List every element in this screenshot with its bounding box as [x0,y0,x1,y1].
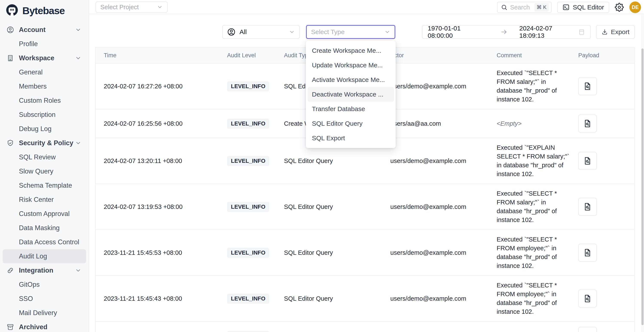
cell-payload [578,77,635,95]
type-menu-item-activate-workspace-me[interactable]: Activate Workspace Me... [308,72,394,87]
type-filter-dropdown[interactable]: Select Type [306,25,395,39]
sidebar-item-risk-center[interactable]: Risk Center [2,193,86,207]
export-button[interactable]: Export [596,25,635,39]
sidebar-item-data-masking[interactable]: Data Masking [2,221,86,235]
cell-comment: Executed `"SELECT * FROM employee;"` in … [497,235,578,270]
level-badge: LEVEL_INFO [227,248,269,258]
file-search-icon [583,119,592,128]
level-badge: LEVEL_INFO [227,294,269,304]
type-menu-item-create-workspace-me[interactable]: Create Workspace Me... [308,43,394,58]
cell-comment: <Empty> [497,119,578,128]
cell-audit-level: LEVEL_INFO [227,119,284,129]
sidebar-item-label: Schema Template [19,182,72,189]
vertical-scrollbar [641,14,644,332]
shield-check-icon [6,139,14,147]
chevron-down-icon [157,4,163,10]
sidebar-item-account[interactable]: Account [2,23,86,37]
sidebar-item-label: Members [19,83,46,90]
column-header-payload: Payload [578,52,635,59]
logo[interactable]: Bytebase [0,0,89,20]
building-icon [6,54,14,62]
sidebar-item-debug-log[interactable]: Debug Log [2,122,86,136]
sidebar-item-custom-approval[interactable]: Custom Approval [2,207,86,221]
level-badge: LEVEL_INFO [227,119,269,129]
search-shortcut-badge: ⌘ K [534,3,549,11]
chevron-down-icon [75,267,82,274]
sidebar-item-slow-query[interactable]: Slow Query [2,164,86,178]
sidebar-item-data-access-control[interactable]: Data Access Control [2,235,86,249]
sidebar-item-label: Mail Delivery [19,309,57,317]
payload-view-button[interactable] [578,77,597,95]
sidebar-item-security-policy[interactable]: Security & Policy [2,136,86,150]
sidebar-item-audit-log[interactable]: Audit Log [2,249,86,263]
calendar-icon [578,28,585,36]
chevron-down-icon [75,140,82,146]
cell-actor: users/demo@example.com [390,203,497,210]
type-menu-item-update-workspace-me[interactable]: Update Workspace Me... [308,58,394,72]
cell-payload [578,152,635,170]
sidebar-item-label: Audit Log [19,252,47,260]
sidebar-item-mail-delivery[interactable]: Mail Delivery [2,306,86,320]
scrollbar-thumb[interactable] [642,48,644,325]
cell-comment: Executed `"SELECT * FROM salary;"` in da… [497,69,578,104]
sidebar-item-custom-roles[interactable]: Custom Roles [2,94,86,108]
sidebar-item-general[interactable]: General [2,65,86,79]
cell-time: 2023-11-21 15:45:43 +08:00 [96,295,227,302]
sidebar-item-profile[interactable]: Profile [2,37,86,51]
sidebar-item-gitops[interactable]: GitOps [2,278,86,292]
sidebar-item-label: Data Access Control [19,238,79,246]
avatar[interactable]: DE [630,1,641,13]
payload-view-button[interactable] [578,244,597,262]
level-badge: LEVEL_INFO [227,331,269,332]
sidebar-item-integration[interactable]: Integration [2,263,86,278]
payload-view-button[interactable] [578,290,597,308]
cell-audit-level: LEVEL_INFO [227,81,284,91]
cell-audit-level: LEVEL_INFO [227,248,284,258]
file-search-icon [583,156,592,165]
column-header-time: Time [96,52,227,59]
file-search-icon [583,294,592,303]
date-range-picker[interactable]: 1970-01-01 08:00:00 2024-02-07 18:09:13 [422,25,591,39]
payload-view-button[interactable] [578,198,597,216]
type-menu-item-transfer-database[interactable]: Transfer Database [308,102,394,116]
table-row: 2023-11-21 15:45:43 +08:00LEVEL_INFOSQL … [96,276,634,322]
table-row: 2023-11-21 15:45:53 +08:00LEVEL_INFOSQL … [96,230,634,276]
select-project-label: Select Project [100,4,139,11]
sidebar-item-label: Custom Approval [19,210,70,218]
sidebar-item-workspace[interactable]: Workspace [2,51,86,65]
select-project-dropdown[interactable]: Select Project [96,1,168,13]
sidebar-item-sql-review[interactable]: SQL Review [2,150,86,164]
type-menu-item-sql-export[interactable]: SQL Export [308,131,394,146]
sidebar-item-label: Workspace [19,54,54,62]
type-menu-item-sql-editor-query[interactable]: SQL Editor Query [308,116,394,131]
sidebar-item-archived[interactable]: Archived [2,320,86,332]
sidebar-item-members[interactable]: Members [2,79,86,94]
sql-editor-button[interactable]: SQL Editor [557,2,609,13]
actor-filter-dropdown[interactable]: All [222,25,300,39]
cell-audit-type: SQL Editor Query [284,158,390,165]
cell-actor: users/demo@example.com [390,295,497,302]
search-icon [501,4,508,10]
payload-view-button[interactable] [578,152,597,170]
cell-actor: users/aa@aa.com [390,120,497,127]
sidebar-item-subscription[interactable]: Subscription [2,108,86,122]
gear-icon[interactable] [615,3,624,12]
arrow-right-icon [500,28,508,36]
cell-actor: users/demo@example.com [390,249,497,256]
level-badge: LEVEL_INFO [227,156,269,166]
date-start-value[interactable]: 1970-01-01 08:00:00 [428,25,486,39]
cell-payload [578,198,635,216]
payload-view-button[interactable] [578,115,597,133]
payload-view-button[interactable] [578,327,597,332]
date-end-value[interactable]: 2024-02-07 18:09:13 [520,25,578,39]
export-label: Export [611,28,630,36]
sidebar-item-label: SQL Review [19,153,56,161]
search-input[interactable]: Search ⌘ K [497,2,552,13]
type-menu-item-deactivate-workspace[interactable]: Deactivate Workspace ... [308,87,394,102]
sidebar-item-label: Archived [19,323,48,331]
sidebar-item-sso[interactable]: SSO [2,292,86,306]
chevron-down-icon [75,27,82,33]
sidebar-item-schema-template[interactable]: Schema Template [2,178,86,193]
sidebar-item-label: Profile [19,40,38,48]
sidebar-item-label: General [19,68,42,76]
